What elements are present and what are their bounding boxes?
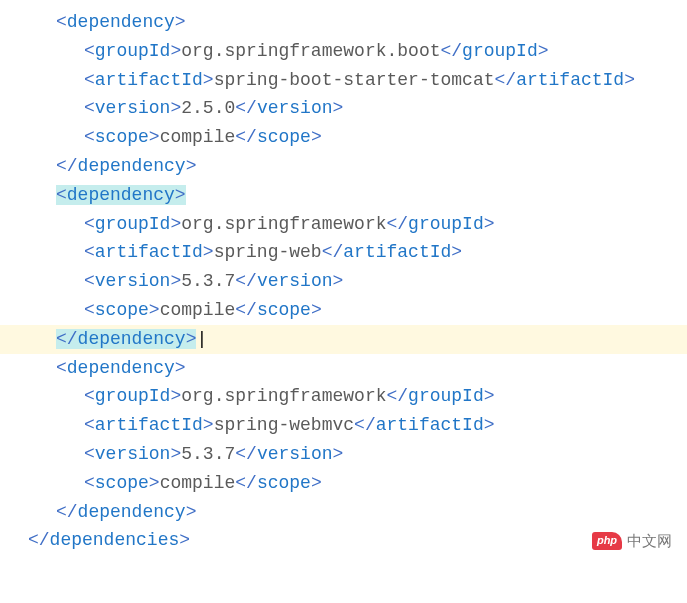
tag-name: scope	[257, 127, 311, 147]
tag-name: dependencies	[50, 530, 180, 550]
tag-name: version	[257, 271, 333, 291]
tag-name: version	[95, 271, 171, 291]
groupid-line: <groupId>org.springframework.boot</group…	[0, 37, 687, 66]
tag-name: groupId	[95, 214, 171, 234]
version-line: <version>2.5.0</version>	[0, 94, 687, 123]
artifactid-value: spring-web	[214, 242, 322, 262]
artifactid-line: <artifactId>spring-webmvc</artifactId>	[0, 411, 687, 440]
version-value: 2.5.0	[181, 98, 235, 118]
tag-name: artifactId	[95, 415, 203, 435]
watermark-text: 中文网	[627, 529, 672, 553]
scope-line: <scope>compile</scope>	[0, 123, 687, 152]
tag-name: scope	[95, 300, 149, 320]
tag-name: scope	[257, 473, 311, 493]
tag-name: dependency	[67, 12, 175, 32]
tag-name: artifactId	[516, 70, 624, 90]
tag-name: version	[95, 98, 171, 118]
tag-name: groupId	[408, 386, 484, 406]
tag-name: dependency	[78, 156, 186, 176]
groupid-line: <groupId>org.springframework</groupId>	[0, 382, 687, 411]
tag-name: version	[257, 444, 333, 464]
tag-name: dependency	[67, 358, 175, 378]
groupid-value: org.springframework	[181, 214, 386, 234]
tag-name: artifactId	[376, 415, 484, 435]
tag-name: scope	[95, 473, 149, 493]
tag-name: scope	[257, 300, 311, 320]
artifactid-value: spring-webmvc	[214, 415, 354, 435]
tag-name: dependency	[67, 185, 175, 205]
tag-name: groupId	[408, 214, 484, 234]
scope-value: compile	[160, 127, 236, 147]
groupid-value: org.springframework.boot	[181, 41, 440, 61]
groupid-line: <groupId>org.springframework</groupId>	[0, 210, 687, 239]
tag-name: groupId	[95, 41, 171, 61]
xml-code-block: <dependency> <groupId>org.springframewor…	[0, 8, 687, 555]
php-logo-icon: php	[592, 532, 622, 550]
dependency-open-tag-highlighted: <dependency>	[0, 181, 687, 210]
tag-name: groupId	[95, 386, 171, 406]
scope-value: compile	[160, 300, 236, 320]
scope-value: compile	[160, 473, 236, 493]
version-line: <version>5.3.7</version>	[0, 440, 687, 469]
watermark: php 中文网	[592, 529, 672, 553]
version-line: <version>5.3.7</version>	[0, 267, 687, 296]
tag-name: artifactId	[343, 242, 451, 262]
scope-line: <scope>compile</scope>	[0, 296, 687, 325]
cursor-icon: |	[196, 329, 207, 349]
tag-name: artifactId	[95, 242, 203, 262]
tag-name: groupId	[462, 41, 538, 61]
tag-name: scope	[95, 127, 149, 147]
dependency-open-tag: <dependency>	[0, 354, 687, 383]
artifactid-line: <artifactId>spring-web</artifactId>	[0, 238, 687, 267]
tag-name: version	[257, 98, 333, 118]
groupid-value: org.springframework	[181, 386, 386, 406]
dependencies-close-tag: </dependencies>	[0, 526, 687, 555]
tag-name: artifactId	[95, 70, 203, 90]
tag-name: dependency	[78, 502, 186, 522]
dependency-close-tag: </dependency>	[0, 498, 687, 527]
tag-name: dependency	[78, 329, 186, 349]
scope-line: <scope>compile</scope>	[0, 469, 687, 498]
dependency-close-tag: </dependency>	[0, 152, 687, 181]
version-value: 5.3.7	[181, 271, 235, 291]
dependency-close-tag-highlighted: </dependency>|	[0, 325, 687, 354]
artifactid-value: spring-boot-starter-tomcat	[214, 70, 495, 90]
version-value: 5.3.7	[181, 444, 235, 464]
artifactid-line: <artifactId>spring-boot-starter-tomcat</…	[0, 66, 687, 95]
dependency-open-tag: <dependency>	[0, 8, 687, 37]
tag-name: version	[95, 444, 171, 464]
